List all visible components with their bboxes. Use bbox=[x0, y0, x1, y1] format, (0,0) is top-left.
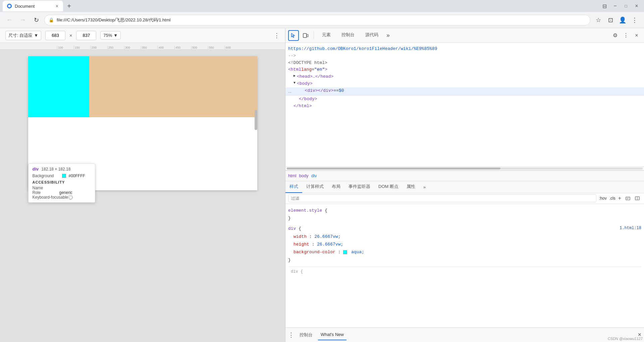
address-text: file:///C:/Users/17320/Desktop/飞思/2022.1… bbox=[57, 17, 586, 23]
ruler-mark: 600 bbox=[225, 46, 241, 49]
source-code-panel: https://github.com/OBKoro1/koro1FileHead… bbox=[285, 43, 644, 166]
devtools-more-button[interactable]: ⋮ bbox=[621, 31, 631, 40]
back-button[interactable]: ← bbox=[4, 15, 15, 25]
css-height-val: 26.6667vw; bbox=[317, 242, 343, 247]
width-input[interactable] bbox=[45, 31, 65, 40]
tab-sources[interactable]: 源代码 bbox=[360, 29, 384, 42]
head-triangle[interactable]: ▶ bbox=[293, 73, 296, 79]
filter-cls-button[interactable]: .cls bbox=[609, 196, 615, 201]
whats-new-tab[interactable]: What's New bbox=[318, 329, 346, 340]
minimize-button[interactable]: − bbox=[610, 1, 620, 11]
refresh-button[interactable]: ↻ bbox=[31, 15, 42, 25]
scroll-track bbox=[287, 167, 643, 169]
css-block-element-style: element.style { } bbox=[288, 207, 641, 222]
tab-elements[interactable]: 元素 bbox=[317, 29, 336, 42]
breadcrumb-html[interactable]: html bbox=[288, 173, 297, 178]
active-tab[interactable]: Document × bbox=[3, 1, 63, 11]
devtools-close-button[interactable]: × bbox=[632, 31, 641, 40]
chrome-window: Document × + ⊟ − □ × ← → ↻ 🔒 file:///C:/… bbox=[0, 0, 644, 342]
ruler-mark: 350 bbox=[141, 46, 158, 49]
tab-properties[interactable]: 属性 bbox=[402, 181, 419, 193]
html-tag: <html bbox=[288, 66, 301, 73]
tab-computed[interactable]: 计算样式 bbox=[302, 181, 328, 193]
css-height-prop: height bbox=[288, 242, 309, 247]
github-link[interactable]: https://github.com/OBKoro1/koro1FileHead… bbox=[288, 46, 437, 53]
css-width-val: 26.6667vw; bbox=[314, 234, 340, 239]
tab-close-button[interactable]: × bbox=[55, 3, 59, 9]
tooltip-bg-value: #00FFFF bbox=[69, 174, 85, 178]
list-windows-button[interactable]: ⊟ bbox=[600, 1, 609, 11]
lang-attr: lang bbox=[301, 66, 312, 73]
tooltip-bg-label: Background bbox=[33, 174, 59, 178]
inspect-cursor-button[interactable] bbox=[288, 30, 299, 41]
css-filter-bar: :hov .cls + bbox=[285, 193, 644, 204]
line-dots[interactable]: … bbox=[288, 87, 291, 96]
tooltip-color-swatch bbox=[62, 174, 66, 178]
console-drawer-tab[interactable]: 控制台 bbox=[297, 329, 315, 341]
blue-div bbox=[28, 56, 89, 117]
code-line-div[interactable]: … <div></div> == $0 bbox=[285, 87, 644, 96]
css-filter-input[interactable] bbox=[288, 194, 596, 202]
svg-point-1 bbox=[8, 5, 11, 7]
device-mode-button[interactable] bbox=[300, 30, 311, 41]
body-triangle[interactable]: ▼ bbox=[293, 80, 296, 86]
forward-button[interactable]: → bbox=[17, 15, 28, 25]
toggle-element-state-button[interactable] bbox=[633, 194, 641, 202]
zoom-selector[interactable]: 75% ▼ bbox=[100, 31, 121, 40]
keyboard-focusable-icon bbox=[68, 195, 73, 200]
new-rule-icon bbox=[626, 196, 630, 201]
code-line-body-open: ▼ <body> bbox=[285, 80, 644, 87]
dom-ref: $0 bbox=[339, 87, 344, 94]
tab-more-style[interactable]: » bbox=[419, 182, 430, 193]
breadcrumb-div[interactable]: div bbox=[311, 173, 317, 178]
bookmark-button[interactable]: ☆ bbox=[593, 15, 604, 25]
css-block-div: div { 1.html:18 width : 26.6667vw; heigh… bbox=[288, 225, 641, 264]
css-close-line: } bbox=[288, 214, 641, 222]
scroll-thumb[interactable] bbox=[287, 167, 500, 169]
ruler-mark: 550 bbox=[208, 46, 225, 49]
tab-dom-breakpoints[interactable]: DOM 断点 bbox=[374, 181, 402, 193]
dimension-separator: × bbox=[69, 33, 72, 38]
scroll-handle[interactable] bbox=[255, 110, 257, 130]
height-input[interactable] bbox=[76, 31, 96, 40]
tab-styles[interactable]: 样式 bbox=[285, 181, 302, 193]
css-color-swatch bbox=[343, 250, 347, 254]
address-bar[interactable]: 🔒 file:///C:/Users/17320/Desktop/飞思/2022… bbox=[44, 15, 590, 25]
device-selector[interactable]: 尺寸: 自适应 ▼ bbox=[5, 31, 41, 40]
horizontal-scrollbar[interactable] bbox=[285, 166, 644, 170]
profile-button[interactable]: 👤 bbox=[617, 15, 628, 25]
svg-rect-3 bbox=[307, 35, 308, 37]
tab-console[interactable]: 控制台 bbox=[336, 29, 360, 42]
ruler-mark: 150 bbox=[74, 46, 91, 49]
tan-div bbox=[89, 56, 257, 117]
tooltip-kb-label: Keyboard-focusable bbox=[33, 195, 68, 200]
filter-pseudo-button[interactable]: :hov bbox=[599, 196, 607, 201]
drawer-dots-button[interactable]: ⋮ bbox=[288, 331, 294, 339]
tab-event-listeners[interactable]: 事件监听器 bbox=[344, 181, 374, 193]
css-file-link[interactable]: 1.html:18 bbox=[620, 225, 641, 232]
code-line-head: ▶ <head>…</head> bbox=[285, 73, 644, 80]
maximize-button[interactable]: □ bbox=[621, 1, 631, 11]
extension-button[interactable]: ⊡ bbox=[605, 15, 616, 25]
body-close-tag: </body> bbox=[299, 96, 317, 103]
css-bgcolor-prop: background-color bbox=[288, 250, 335, 255]
code-line-doctype: <!DOCTYPE html> bbox=[285, 60, 644, 67]
settings-button[interactable]: ⚙ bbox=[610, 31, 620, 40]
lock-icon: 🔒 bbox=[49, 17, 54, 22]
tab-layout[interactable]: 布局 bbox=[328, 181, 344, 193]
ruler-mark: 450 bbox=[174, 46, 191, 49]
more-tabs-button[interactable]: » bbox=[384, 29, 392, 42]
new-tab-button[interactable]: + bbox=[64, 1, 74, 11]
new-style-rule-button[interactable] bbox=[624, 194, 632, 202]
close-button[interactable]: × bbox=[632, 1, 641, 11]
title-bar: Document × + ⊟ − □ × bbox=[0, 0, 644, 12]
breadcrumb-body[interactable]: body bbox=[299, 173, 309, 178]
zoom-chevron-icon: ▼ bbox=[113, 33, 118, 38]
device-more-button[interactable]: ⋮ bbox=[274, 32, 280, 39]
add-style-button[interactable]: + bbox=[618, 195, 621, 201]
div-tag: <div></div> bbox=[305, 87, 334, 94]
more-options-button[interactable]: ⋮ bbox=[629, 15, 640, 25]
ruler-mark: 200 bbox=[91, 46, 107, 49]
ruler-marks: 100 150 200 250 300 350 400 450 500 550 … bbox=[0, 43, 285, 49]
css-selector-text: element.style bbox=[288, 208, 325, 213]
